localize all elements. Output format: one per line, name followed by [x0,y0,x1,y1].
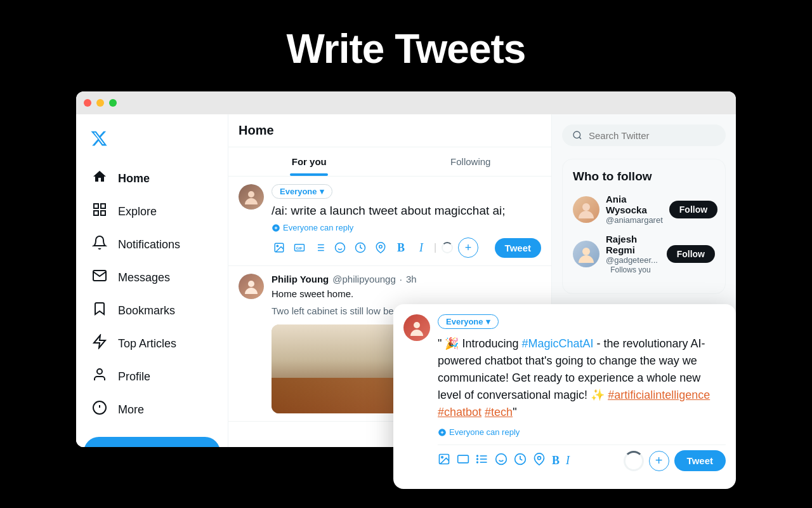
tab-for-you[interactable]: For you [228,147,390,176]
sidebar-item-label-top-articles: Top Articles [118,337,176,351]
close-button[interactable] [84,99,91,107]
suggestion-name-ania: Ania Wysocka [606,194,663,215]
follow-suggestion-1: Rajesh Regmi @gadgeteer... Follows you F… [573,234,715,274]
svg-marker-4 [94,335,105,348]
popup-user-avatar [403,314,430,341]
image-upload-icon[interactable] [272,240,287,255]
emoji-icon[interactable] [332,240,348,255]
notifications-icon [91,235,108,254]
sidebar-item-label-bookmarks: Bookmarks [118,304,175,318]
tweet-button[interactable]: Tweet [84,437,220,447]
popup-gif-icon[interactable] [457,453,469,469]
svg-point-32 [582,248,590,255]
search-input[interactable] [589,130,716,141]
sidebar-item-explore[interactable]: Explore [84,196,220,227]
feed-tabs: For you Following [228,147,551,177]
follow-button-rajesh[interactable]: Follow [667,245,715,263]
who-to-follow-card: Who to follow Ania Wysocka @aniamargaret… [562,159,726,294]
svg-point-44 [477,458,478,460]
popup-italic-icon[interactable]: I [566,454,570,467]
svg-rect-2 [101,211,105,215]
bold-icon[interactable]: B [393,240,409,255]
sidebar-item-messages[interactable]: Messages [84,262,220,293]
popup-add-button[interactable]: + [649,451,669,471]
hashtag-chatbot: #chatbot [438,406,481,418]
tab-following[interactable]: Following [390,147,552,176]
follow-suggestion-0: Ania Wysocka @aniamargaret Follow [573,194,715,225]
tweet-author-avatar [239,274,264,299]
suggestion-avatar-rajesh [573,241,599,267]
popup-compose-area: Everyone ▾ " 🎉 Introducing #MagicChatAI … [403,314,726,471]
sidebar-item-top-articles[interactable]: Top Articles [84,328,220,359]
svg-rect-1 [101,204,105,208]
popup-tweet-submit-button[interactable]: Tweet [674,450,726,471]
explore-icon [91,202,108,221]
minimize-button[interactable] [96,99,104,107]
italic-icon[interactable]: I [414,240,429,255]
popup-bold-icon[interactable]: B [552,454,560,467]
sidebar-item-profile[interactable]: Profile [84,361,220,392]
gif-icon[interactable]: GIF [292,240,307,255]
search-box[interactable] [562,124,726,146]
location-icon[interactable] [373,240,388,255]
popup-audience-button[interactable]: Everyone ▾ [438,314,499,329]
home-icon [91,169,108,188]
svg-rect-39 [458,455,469,463]
tweet-author-name: Philip Young [272,274,329,284]
tweet-header: Philip Young @philipyoungg · 3h [272,274,541,284]
compose-toolbar: GIF B [272,237,541,258]
bookmarks-icon [91,301,108,320]
sidebar-item-label-messages: Messages [118,271,170,284]
hero-section: Write Tweets [0,0,812,91]
sidebar-item-more[interactable]: More [84,394,220,425]
svg-point-38 [442,457,443,458]
svg-point-27 [379,245,383,248]
compose-text-area[interactable]: /ai: write a launch tweet about magiccha… [272,204,541,218]
popup-reply-info: Everyone can reply [438,427,726,437]
page-title: Write Tweets [0,25,812,72]
twitter-logo[interactable] [84,124,114,152]
loading-spinner [442,242,453,253]
list-icon[interactable] [312,240,327,255]
who-to-follow-title: Who to follow [573,170,715,184]
svg-text:GIF: GIF [296,246,303,250]
add-content-button[interactable]: + [458,237,478,258]
svg-line-30 [579,137,581,139]
suggestion-info-rajesh: Rajesh Regmi @gadgeteer... Follows you [606,234,660,274]
svg-point-23 [336,243,345,253]
follow-button-ania[interactable]: Follow [669,201,717,218]
search-icon [572,130,582,141]
popup-reply-label: Everyone can reply [449,427,520,437]
svg-point-33 [414,322,420,328]
popup-tweet-text[interactable]: " 🎉 Introducing #MagicChatAI - the revol… [438,335,726,421]
svg-point-43 [477,455,478,457]
tweet-timestamp: 3h [406,274,417,284]
hashtag-artificialintelligence: #artificialintelligence [608,389,710,401]
tweet-author-handle: @philipyoungg [332,274,395,284]
svg-point-28 [248,281,254,287]
suggestion-handle-ania: @aniamargaret [606,215,663,225]
feed-header: Home [228,114,551,147]
svg-point-5 [97,369,102,374]
hashtag-magicchatai: #MagicChatAI [521,337,593,350]
popup-image-icon[interactable] [438,453,450,469]
schedule-icon[interactable] [353,240,368,255]
popup-compose-right: Everyone ▾ " 🎉 Introducing #MagicChatAI … [438,314,726,471]
sidebar-item-label-profile: Profile [118,370,150,384]
sidebar-item-bookmarks[interactable]: Bookmarks [84,295,220,326]
popup-schedule-icon[interactable] [514,453,527,469]
reply-info: Everyone can reply [272,223,541,232]
popup-emoji-icon[interactable] [495,453,508,469]
sidebar-item-home[interactable]: Home [84,163,220,194]
messages-icon [91,268,108,287]
popup-location-icon[interactable] [533,453,546,469]
tweet-compose-popup: Everyone ▾ " 🎉 Introducing #MagicChatAI … [393,304,736,489]
maximize-button[interactable] [109,99,117,107]
sidebar-item-notifications[interactable]: Notifications [84,229,220,260]
sidebar-item-label-explore: Explore [118,205,157,218]
tweet-submit-button[interactable]: Tweet [495,238,541,258]
audience-button[interactable]: Everyone ▾ [272,184,332,199]
suggestion-handle-rajesh: @gadgeteer... Follows you [606,255,660,274]
svg-point-14 [277,245,278,246]
popup-list-icon[interactable] [476,453,488,469]
